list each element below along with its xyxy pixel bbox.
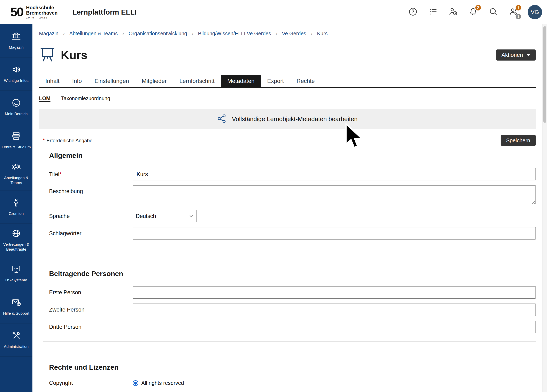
tools-icon (12, 331, 21, 342)
page-title-row: Kurs Aktionen (39, 46, 536, 64)
building-columns-icon (12, 32, 21, 42)
user-avatar[interactable]: VG (528, 5, 542, 19)
vertical-scrollbar (542, 24, 547, 392)
schlagwoerter-input[interactable] (133, 227, 536, 239)
sidebar-item-lehre-studium[interactable]: Lehre & Studium (0, 124, 33, 157)
notifications-count-badge: 2 (475, 4, 481, 11)
logo-name-line1: Hochschule (26, 5, 57, 10)
form-row-schlagwoerter: Schlagwörter (49, 227, 536, 239)
dritte-person-input[interactable] (133, 321, 536, 333)
sidebar-item-label: HS-Systeme (5, 278, 27, 283)
sidebar-item-label: Wichtige Infos (4, 78, 28, 83)
scrollbar-thumb[interactable] (543, 26, 546, 123)
erste-person-input[interactable] (133, 286, 536, 299)
sidebar-item-label: Hilfe & Support (3, 311, 29, 316)
breadcrumb-separator: › (191, 30, 193, 37)
sidebar-item-hs-systeme[interactable]: HS-Systeme (0, 257, 33, 290)
tab-inhalt[interactable]: Inhalt (39, 75, 66, 87)
tab-mitglieder[interactable]: Mitglieder (135, 75, 173, 87)
save-button[interactable]: Speichern (501, 135, 536, 146)
user-requests-button[interactable] (447, 6, 459, 18)
people-group-icon (12, 162, 21, 173)
main-sidebar: Magazin Wichtige Infos Mein Bereich Lehr… (0, 24, 33, 392)
breadcrumb-separator: › (122, 30, 124, 37)
radio-selected-icon[interactable] (133, 380, 138, 386)
lists-button[interactable] (427, 6, 439, 18)
copyright-label: Copyright (49, 380, 133, 386)
tab-lernfortschritt[interactable]: Lernfortschritt (173, 75, 221, 87)
university-logo[interactable]: 50 Hochschule Bremerhaven 1975 – 2025 (0, 5, 57, 19)
notifications-button[interactable]: 2 (467, 6, 479, 18)
smiley-icon (12, 98, 21, 109)
sidebar-item-vertretungen[interactable]: Vertretungen & Beauftragte (0, 224, 33, 257)
app-window: 50 Hochschule Bremerhaven 1975 – 2025 Le… (0, 0, 547, 392)
titel-required-asterisk: * (59, 171, 62, 177)
form-row-dritte-person: Dritte Person (49, 321, 536, 333)
tab-rechte[interactable]: Rechte (290, 75, 321, 87)
sidebar-item-abteilungen-teams[interactable]: Abteilungen & Teams (0, 157, 33, 190)
zweite-person-label: Zweite Person (49, 307, 133, 313)
sidebar-item-label: Administration (4, 344, 28, 349)
sprache-select-wrap: Deutsch (133, 210, 197, 222)
form-row-copyright: Copyright All rights reserved (49, 380, 536, 386)
header-icon-bar: 2 1 1 VG (407, 5, 547, 19)
edit-full-metadata-banner[interactable]: Vollständige Lernobjekt-Metadaten bearbe… (39, 109, 536, 129)
bullet-list-icon (428, 7, 438, 17)
tab-info[interactable]: Info (66, 75, 88, 87)
mail-question-icon (12, 297, 21, 308)
breadcrumb-item-abteilungen[interactable]: Abteilungen & Teams (69, 31, 118, 37)
subtab-lom[interactable]: LOM (39, 95, 50, 101)
breadcrumb-separator: › (276, 30, 277, 37)
platform-title: Lernplattform ELLI (72, 8, 137, 16)
form-meta-row: *Erforderliche Angabe Speichern (43, 135, 536, 146)
page-title: Kurs (61, 48, 88, 62)
required-asterisk: * (43, 137, 45, 143)
sidebar-item-label: Mein Bereich (5, 111, 28, 116)
logo-text: Hochschule Bremerhaven 1975 – 2025 (26, 5, 57, 19)
form-row-beschreibung: Beschreibung (49, 185, 536, 205)
sidebar-item-label: Vertretungen & Beauftragte (1, 242, 31, 252)
sprache-select[interactable]: Deutsch (133, 210, 197, 222)
actions-dropdown-button[interactable]: Aktionen (496, 49, 536, 61)
tab-export[interactable]: Export (261, 75, 290, 87)
sprache-label: Sprache (49, 213, 133, 219)
tab-bar: Inhalt Info Einstellungen Mitglieder Ler… (39, 75, 536, 88)
breadcrumb-separator: › (63, 30, 65, 37)
sidebar-item-label: Gremien (9, 211, 24, 216)
tab-metadaten[interactable]: Metadaten (221, 75, 261, 87)
sidebar-item-hilfe-support[interactable]: Hilfe & Support (0, 290, 33, 324)
contacts-button[interactable]: 1 1 (508, 6, 520, 18)
breadcrumb-item-magazin[interactable]: Magazin (39, 31, 59, 37)
top-header-bar: 50 Hochschule Bremerhaven 1975 – 2025 Le… (0, 0, 547, 24)
beschreibung-textarea[interactable] (133, 185, 536, 204)
sidebar-item-magazin[interactable]: Magazin (0, 24, 33, 57)
zweite-person-input[interactable] (133, 304, 536, 316)
form-row-erste-person: Erste Person (49, 286, 536, 299)
sidebar-item-wichtige-infos[interactable]: Wichtige Infos (0, 57, 33, 91)
form-row-titel: Titel* (49, 168, 536, 180)
breadcrumb: Magazin › Abteilungen & Teams › Organisa… (39, 30, 536, 37)
actions-label: Aktionen (501, 52, 523, 58)
help-button[interactable] (407, 6, 419, 18)
tab-einstellungen[interactable]: Einstellungen (88, 75, 135, 87)
sidebar-item-label: Abteilungen & Teams (1, 176, 31, 185)
search-button[interactable] (487, 6, 499, 18)
subtab-taxonomiezuordnung[interactable]: Taxonomiezuordnung (61, 95, 110, 101)
breadcrumb-item-kurs[interactable]: Kurs (317, 31, 328, 37)
beschreibung-label: Beschreibung (49, 185, 133, 195)
breadcrumb-item-ve-gerdes[interactable]: Ve Gerdes (282, 31, 306, 37)
megaphone-icon (12, 65, 21, 75)
logo-50-mark: 50 (10, 6, 23, 18)
titel-input[interactable] (133, 168, 536, 180)
person-clock-icon (448, 7, 458, 17)
books-icon (12, 131, 21, 142)
logo-name-line2: Bremerhaven (26, 10, 57, 15)
sidebar-item-mein-bereich[interactable]: Mein Bereich (0, 91, 33, 124)
main-content: Magazin › Abteilungen & Teams › Organisa… (33, 24, 542, 392)
breadcrumb-item-organisationsentwicklung[interactable]: Organisationsentwicklung (129, 31, 187, 37)
monitor-icon (12, 264, 21, 275)
form-row-sprache: Sprache Deutsch (49, 210, 536, 222)
sidebar-item-gremien[interactable]: Gremien (0, 190, 33, 224)
breadcrumb-item-bildung-wissen[interactable]: Bildung/Wissen/ELLI Ve Gerdes (198, 31, 271, 37)
sidebar-item-administration[interactable]: Administration (0, 324, 33, 357)
